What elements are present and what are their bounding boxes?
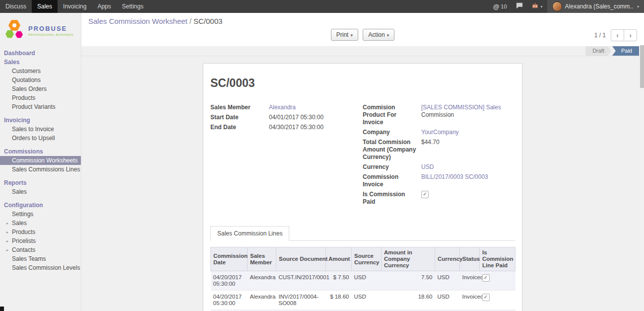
pager-next-button[interactable]: › [624, 29, 637, 41]
scrollbar-thumb[interactable] [640, 45, 644, 88]
messages-count: 10 [501, 3, 507, 9]
status-paid[interactable]: Paid [612, 46, 639, 56]
status-draft[interactable]: Draft [585, 46, 611, 56]
chat-menu[interactable] [512, 0, 527, 13]
statusbar: Draft Paid [81, 46, 644, 56]
field-value-company[interactable]: YourCompany [421, 129, 459, 136]
sidebar-item-label: Sales [12, 220, 27, 227]
cell-currency: USD [435, 291, 460, 310]
breadcrumb-parent-link[interactable]: Sales Commission Worksheet [88, 17, 188, 25]
sidebar-item-reports-sales[interactable]: Sales [0, 187, 81, 196]
field-value-end-date: 04/30/2017 05:30:00 [269, 124, 323, 131]
sidebar-item-sales-commissions-lines[interactable]: Sales Commissions Lines [0, 165, 81, 174]
chat-icon [516, 2, 523, 10]
tab-sales-commission-lines[interactable]: Sales Commission Lines [210, 226, 289, 241]
breadcrumb-current: SC/0003 [193, 17, 222, 25]
debug-menu[interactable]: ▾ [527, 0, 547, 13]
sidebar-item-sales-orders[interactable]: Sales Orders [0, 84, 81, 93]
sidebar-heading-invoicing[interactable]: Invoicing [0, 116, 81, 125]
sidebar-item-quotations[interactable]: Quotations [0, 76, 81, 84]
column-header-amount[interactable]: Amount [326, 247, 352, 271]
column-header-amount-company-currency[interactable]: Amount in Company Currency [382, 247, 435, 271]
sidebar-item-label: Pricelists [12, 237, 36, 244]
line-paid-checkbox[interactable]: ✓ [482, 274, 490, 282]
pager-previous-button[interactable]: ‹ [611, 29, 624, 41]
cell-source-document: INV/2017/0004-SO008 [276, 291, 326, 310]
sidebar-heading-sales[interactable]: Sales [0, 58, 81, 67]
action-button[interactable]: Action▾ [363, 29, 394, 41]
table-row[interactable]: 04/20/2017 05:30:00 Alexandra CUST.IN/20… [211, 271, 515, 291]
column-header-status[interactable]: Status [460, 247, 480, 271]
avatar [552, 1, 562, 11]
pager: 1 / 1 ‹ › [594, 29, 637, 41]
cell-commission-date: 04/20/2017 05:30:00 [211, 271, 248, 291]
sidebar-item-customers[interactable]: Customers [0, 67, 81, 76]
top-menu-discuss[interactable]: Discuss [0, 0, 32, 13]
sidebar-item-sales-to-invoice[interactable]: Sales to Invoice [0, 125, 81, 134]
record-title: SC/0003 [210, 77, 515, 90]
sidebar-item-contacts[interactable]: ▸Contacts [0, 245, 81, 254]
table-row[interactable]: 04/20/2017 05:30:00 Alexandra INV/2017/0… [211, 291, 515, 310]
cell-commission-date: 04/20/2017 05:30:00 [211, 291, 248, 310]
cell-amount: $ 7.50 [326, 271, 352, 291]
field-value-commission-invoice[interactable]: BILL/2017/0003 SC/0003 [421, 173, 488, 180]
left-field-group: Sales Member Alexandra Start Date 04/01/… [210, 104, 363, 208]
sidebar-item-sales-commission-levels[interactable]: Sales Commission Levels [0, 263, 81, 272]
caret-down-icon: ▾ [350, 33, 353, 38]
top-menu-apps[interactable]: Apps [92, 0, 116, 13]
field-value-sales-member[interactable]: Alexandra [269, 104, 296, 111]
column-header-currency[interactable]: Currency [435, 247, 460, 271]
bottom-left-dark-square [0, 307, 4, 311]
sidebar-item-label: Contacts [12, 246, 35, 253]
cell-source-currency: USD [352, 291, 382, 310]
sidebar-item-config-products[interactable]: ▸Products [0, 228, 81, 236]
sidebar-item-settings[interactable]: Settings [0, 210, 81, 219]
sidebar-item-sales-teams[interactable]: Sales Teams [0, 254, 81, 263]
column-header-sales-member[interactable]: Sales Member [248, 247, 276, 271]
cell-currency: USD [435, 271, 460, 291]
field-label-start-date: Start Date [210, 114, 269, 121]
line-paid-checkbox[interactable]: ✓ [482, 294, 490, 301]
cell-sales-member: Alexandra [248, 271, 276, 291]
sidebar: PROBUSE PROFESSIONAL BUSINESS Dashboard … [0, 13, 81, 311]
sidebar-item-products[interactable]: Products [0, 93, 81, 102]
field-value-currency[interactable]: USD [421, 163, 434, 170]
column-header-source-currency[interactable]: Source Currency [352, 247, 382, 271]
field-value-commission-product-link[interactable]: [SALES COMMISSION] Sales [421, 104, 501, 111]
sidebar-item-product-variants[interactable]: Product Variants [0, 102, 81, 111]
logo-subtitle: PROFESSIONAL BUSINESS [28, 33, 73, 36]
top-menu-sales[interactable]: Sales [32, 0, 58, 13]
sidebar-heading-configuration[interactable]: Configuration [0, 201, 81, 210]
debug-icon [532, 3, 538, 10]
sidebar-item-orders-to-upsell[interactable]: Orders to Upsell [0, 134, 81, 143]
sidebar-item-config-sales[interactable]: ▸Sales [0, 219, 81, 228]
vertical-scrollbar[interactable] [640, 45, 644, 311]
field-value-total-commission: $44.70 [421, 139, 440, 161]
caret-down-icon: ▾ [637, 4, 639, 9]
sidebar-heading-commissions[interactable]: Commissions [0, 147, 81, 156]
sidebar-heading-dashboard[interactable]: Dashboard [0, 49, 81, 58]
cell-company-amount: 18.60 [382, 291, 435, 310]
top-menu-invoicing[interactable]: Invoicing [58, 0, 92, 13]
caret-down-icon: ▾ [541, 4, 543, 9]
caret-down-icon: ▾ [387, 33, 389, 38]
user-menu[interactable]: Alexandra (Sales_comm.. ▾ [547, 0, 644, 13]
column-header-is-commission-line-paid[interactable]: Is Commision Line Paid [480, 247, 515, 271]
messages-menu[interactable]: @ 10 [489, 0, 512, 13]
sidebar-item-pricelists[interactable]: ▸Pricelists [0, 236, 81, 245]
top-menu-settings[interactable]: Settings [117, 0, 149, 13]
sidebar-item-commission-worksheets[interactable]: Commission Worksheets [0, 156, 81, 165]
is-commission-paid-checkbox[interactable]: ✓ [421, 191, 429, 198]
right-field-group: Commision Product For Invoice [SALES COM… [363, 104, 515, 208]
sidebar-heading-reports[interactable]: Reports [0, 178, 81, 187]
field-label-sales-member: Sales Member [210, 104, 269, 111]
breadcrumb-separator: / [190, 17, 192, 25]
column-header-source-document[interactable]: Source Document [276, 247, 326, 271]
control-panel: Sales Commission Worksheet/SC/0003 Print… [81, 13, 644, 46]
print-button-label: Print [336, 31, 349, 38]
column-header-commission-date[interactable]: Commission Date [211, 247, 248, 271]
notebook-tabs: Sales Commission Lines [210, 226, 515, 241]
print-button[interactable]: Print▾ [331, 29, 358, 41]
sidebar-item-label: Products [12, 229, 35, 235]
logo-hexagons-icon [5, 19, 25, 42]
